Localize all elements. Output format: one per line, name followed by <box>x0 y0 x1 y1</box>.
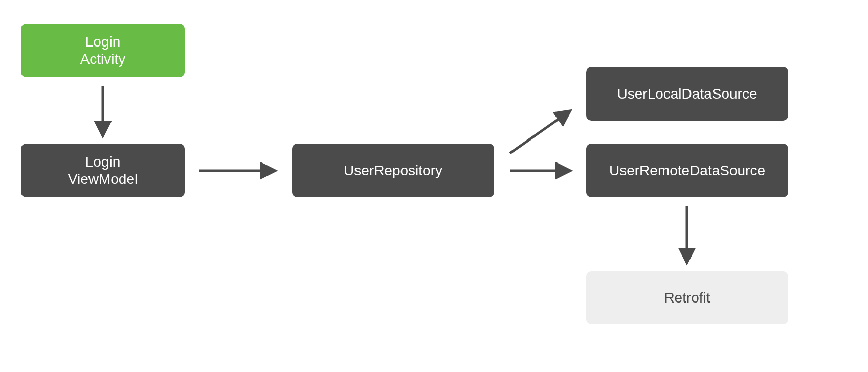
node-user-local-data-source: UserLocalDataSource <box>586 67 788 121</box>
node-user-repository: UserRepository <box>292 144 494 197</box>
node-label: Login Activity <box>80 33 126 67</box>
node-user-remote-data-source: UserRemoteDataSource <box>586 144 788 197</box>
node-label: Retrofit <box>664 289 710 307</box>
node-retrofit: Retrofit <box>586 271 788 324</box>
node-label: Login ViewModel <box>68 153 138 188</box>
node-label: UserRemoteDataSource <box>609 162 765 179</box>
node-label: UserRepository <box>344 162 442 179</box>
node-label: UserLocalDataSource <box>617 85 758 103</box>
node-login-activity: Login Activity <box>21 24 185 77</box>
node-login-viewmodel: Login ViewModel <box>21 144 185 197</box>
arrow-repository-to-local-ds <box>510 111 569 153</box>
